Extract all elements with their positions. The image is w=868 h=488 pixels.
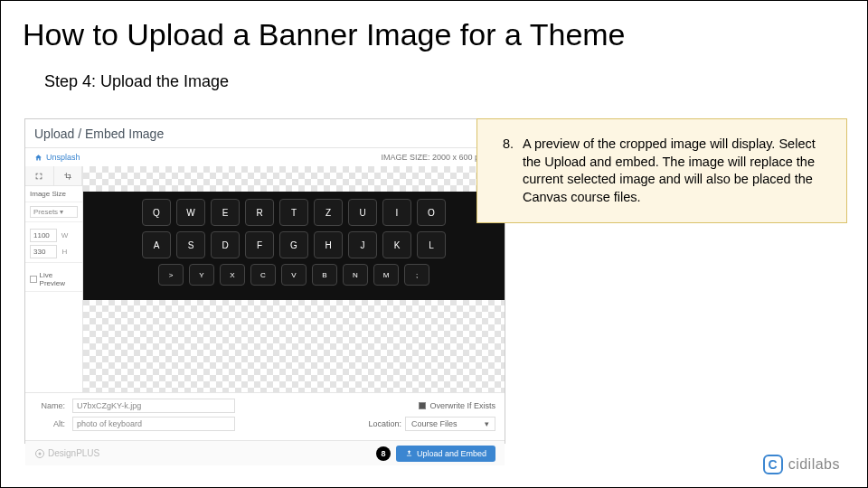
height-suffix: H (60, 248, 70, 256)
svg-point-1 (39, 452, 42, 455)
name-input[interactable] (72, 399, 235, 413)
keyboard-key: S (176, 231, 205, 258)
upload-embed-button[interactable]: Upload and Embed (396, 446, 495, 462)
image-preview-canvas: QWERTZUIO ASDFGHJKL >YXCVBNM; (83, 166, 505, 392)
keyboard-key: A (142, 231, 171, 258)
keyboard-key: ; (404, 264, 429, 286)
keyboard-key: M (373, 264, 399, 286)
keyboard-key: J (348, 231, 377, 258)
keyboard-key: R (245, 199, 274, 226)
keyboard-key: D (211, 231, 240, 258)
alt-label: Alt: (34, 419, 65, 428)
location-label: Location: (368, 419, 401, 428)
home-icon (34, 154, 42, 162)
keyboard-key: X (220, 264, 245, 286)
crop-tab[interactable] (54, 166, 83, 185)
brand-name: cidilabs (788, 456, 840, 473)
cropped-image-preview: QWERTZUIO ASDFGHJKL >YXCVBNM; (83, 192, 505, 300)
brand-logo: C cidilabs (763, 455, 840, 474)
page-title: How to Upload a Banner Image for a Theme (1, 1, 867, 52)
source-link[interactable]: Unsplash (34, 153, 80, 162)
keyboard-key: V (281, 264, 307, 286)
keyboard-key: W (176, 199, 205, 226)
upload-modal: Upload / Embed Image × Unsplash IMAGE SI… (24, 118, 505, 444)
location-select[interactable]: Course Files▾ (405, 417, 495, 431)
keyboard-key: T (279, 199, 308, 226)
expand-tab[interactable] (25, 166, 54, 185)
keyboard-key: > (158, 264, 184, 286)
step-marker-8: 8 (376, 446, 391, 461)
instruction-callout: 8. A preview of the cropped image will d… (476, 118, 847, 223)
live-preview-checkbox[interactable]: Live Preview (25, 267, 82, 292)
keyboard-key: O (417, 199, 446, 226)
width-suffix: W (60, 231, 70, 239)
alt-input[interactable] (72, 417, 235, 431)
step-subtitle: Step 4: Upload the Image (1, 52, 867, 91)
keyboard-key: B (312, 264, 337, 286)
keyboard-key: Y (189, 264, 214, 286)
crop-sidebar: Image Size Presets ▾ 1100 W 330 H (25, 166, 83, 392)
keyboard-key: E (211, 199, 240, 226)
keyboard-key: Z (314, 199, 343, 226)
height-input[interactable]: 330 (30, 245, 57, 258)
upload-icon (405, 449, 413, 457)
modal-title: Upload / Embed Image (34, 127, 164, 141)
overwrite-checkbox[interactable]: Overwrite If Exists (419, 401, 495, 410)
width-input[interactable]: 1100 (30, 229, 57, 242)
keyboard-key: U (348, 199, 377, 226)
name-label: Name: (34, 401, 65, 410)
gear-icon (34, 448, 45, 459)
keyboard-key: H (314, 231, 343, 258)
keyboard-key: Q (142, 199, 171, 226)
keyboard-key: C (250, 264, 276, 286)
presets-select[interactable]: Presets ▾ (30, 206, 78, 218)
keyboard-key: F (245, 231, 274, 258)
keyboard-key: K (382, 231, 411, 258)
keyboard-key: G (279, 231, 308, 258)
brand-mark: C (763, 455, 783, 474)
size-section-label: Image Size (25, 186, 82, 202)
keyboard-key: L (417, 231, 446, 258)
keyboard-key: I (382, 199, 411, 226)
keyboard-key: N (343, 264, 368, 286)
callout-number: 8. (497, 136, 514, 206)
designplus-logo: DesignPLUS (34, 448, 99, 459)
callout-text: A preview of the cropped image will disp… (523, 136, 832, 206)
